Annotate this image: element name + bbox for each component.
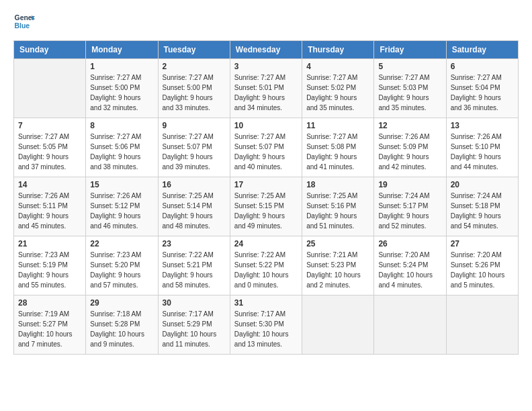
day-cell: 29Sunrise: 7:18 AMSunset: 5:28 PMDayligh…: [86, 295, 158, 355]
header-row: SundayMondayTuesdayWednesdayThursdayFrid…: [14, 41, 519, 59]
day-number: 1: [90, 62, 153, 71]
day-number: 7: [18, 121, 81, 130]
day-number: 9: [163, 121, 226, 130]
week-row-4: 28Sunrise: 7:19 AMSunset: 5:27 PMDayligh…: [14, 295, 519, 355]
day-cell: 23Sunrise: 7:22 AMSunset: 5:21 PMDayligh…: [158, 236, 230, 295]
day-cell: 15Sunrise: 7:26 AMSunset: 5:12 PMDayligh…: [86, 177, 158, 236]
day-cell: 16Sunrise: 7:25 AMSunset: 5:14 PMDayligh…: [158, 177, 230, 236]
day-number: 22: [90, 239, 153, 248]
day-cell: 4Sunrise: 7:27 AMSunset: 5:02 PMDaylight…: [302, 59, 374, 118]
day-cell: 27Sunrise: 7:20 AMSunset: 5:26 PMDayligh…: [446, 236, 518, 295]
day-number: 16: [163, 180, 226, 189]
week-row-3: 21Sunrise: 7:23 AMSunset: 5:19 PMDayligh…: [14, 236, 519, 295]
day-cell: 9Sunrise: 7:27 AMSunset: 5:07 PMDaylight…: [158, 118, 230, 177]
day-number: 17: [234, 180, 298, 189]
day-info: Sunrise: 7:25 AMSunset: 5:14 PMDaylight:…: [163, 191, 226, 231]
logo-icon: General Blue: [13, 11, 35, 32]
day-number: 29: [90, 298, 153, 308]
day-cell: 14Sunrise: 7:26 AMSunset: 5:11 PMDayligh…: [14, 177, 86, 236]
day-number: 25: [306, 239, 369, 248]
day-cell: 30Sunrise: 7:17 AMSunset: 5:29 PMDayligh…: [158, 295, 230, 355]
logo: General Blue: [13, 11, 35, 32]
day-info: Sunrise: 7:17 AMSunset: 5:30 PMDaylight:…: [234, 309, 298, 349]
day-number: 18: [306, 180, 369, 189]
day-cell: 20Sunrise: 7:24 AMSunset: 5:18 PMDayligh…: [446, 177, 518, 236]
day-cell: 7Sunrise: 7:27 AMSunset: 5:05 PMDaylight…: [14, 118, 86, 177]
day-info: Sunrise: 7:27 AMSunset: 5:07 PMDaylight:…: [163, 132, 226, 172]
header-cell-friday: Friday: [374, 41, 446, 59]
day-info: Sunrise: 7:24 AMSunset: 5:17 PMDaylight:…: [378, 191, 441, 231]
day-cell: 3Sunrise: 7:27 AMSunset: 5:01 PMDaylight…: [230, 59, 302, 118]
day-cell: [302, 295, 374, 355]
day-info: Sunrise: 7:26 AMSunset: 5:09 PMDaylight:…: [378, 132, 441, 172]
day-number: 19: [378, 180, 441, 189]
day-info: Sunrise: 7:22 AMSunset: 5:21 PMDaylight:…: [163, 250, 226, 290]
day-info: Sunrise: 7:27 AMSunset: 5:00 PMDaylight:…: [163, 73, 226, 113]
day-number: 5: [378, 62, 441, 71]
day-cell: 28Sunrise: 7:19 AMSunset: 5:27 PMDayligh…: [14, 295, 86, 355]
day-cell: 1Sunrise: 7:27 AMSunset: 5:00 PMDaylight…: [86, 59, 158, 118]
day-number: 21: [18, 239, 81, 248]
day-cell: 22Sunrise: 7:23 AMSunset: 5:20 PMDayligh…: [86, 236, 158, 295]
day-info: Sunrise: 7:26 AMSunset: 5:12 PMDaylight:…: [90, 191, 153, 231]
day-info: Sunrise: 7:27 AMSunset: 5:01 PMDaylight:…: [234, 73, 298, 113]
day-cell: 8Sunrise: 7:27 AMSunset: 5:06 PMDaylight…: [86, 118, 158, 177]
day-info: Sunrise: 7:18 AMSunset: 5:28 PMDaylight:…: [90, 309, 153, 349]
day-cell: 21Sunrise: 7:23 AMSunset: 5:19 PMDayligh…: [14, 236, 86, 295]
day-info: Sunrise: 7:26 AMSunset: 5:11 PMDaylight:…: [18, 191, 81, 231]
day-number: 26: [378, 239, 441, 248]
day-info: Sunrise: 7:27 AMSunset: 5:05 PMDaylight:…: [18, 132, 81, 172]
header-cell-thursday: Thursday: [302, 41, 374, 59]
header-cell-wednesday: Wednesday: [230, 41, 302, 59]
day-number: 15: [90, 180, 153, 189]
week-row-0: 1Sunrise: 7:27 AMSunset: 5:00 PMDaylight…: [14, 59, 519, 118]
day-info: Sunrise: 7:21 AMSunset: 5:23 PMDaylight:…: [306, 250, 369, 290]
day-info: Sunrise: 7:27 AMSunset: 5:02 PMDaylight:…: [306, 73, 369, 113]
day-cell: 24Sunrise: 7:22 AMSunset: 5:22 PMDayligh…: [230, 236, 302, 295]
day-number: 3: [234, 62, 298, 71]
day-info: Sunrise: 7:24 AMSunset: 5:18 PMDaylight:…: [451, 191, 514, 231]
day-info: Sunrise: 7:25 AMSunset: 5:16 PMDaylight:…: [306, 191, 369, 231]
day-info: Sunrise: 7:20 AMSunset: 5:26 PMDaylight:…: [451, 250, 514, 290]
day-number: 11: [306, 121, 369, 130]
day-cell: 2Sunrise: 7:27 AMSunset: 5:00 PMDaylight…: [158, 59, 230, 118]
calendar-table: SundayMondayTuesdayWednesdayThursdayFrid…: [13, 40, 519, 355]
day-number: 4: [306, 62, 369, 71]
day-number: 30: [163, 298, 226, 308]
day-number: 24: [234, 239, 298, 248]
day-cell: 13Sunrise: 7:26 AMSunset: 5:10 PMDayligh…: [446, 118, 518, 177]
week-row-1: 7Sunrise: 7:27 AMSunset: 5:05 PMDaylight…: [14, 118, 519, 177]
day-cell: [374, 295, 446, 355]
day-number: 28: [18, 298, 81, 308]
day-info: Sunrise: 7:27 AMSunset: 5:08 PMDaylight:…: [306, 132, 369, 172]
day-info: Sunrise: 7:19 AMSunset: 5:27 PMDaylight:…: [18, 309, 81, 349]
day-info: Sunrise: 7:22 AMSunset: 5:22 PMDaylight:…: [234, 250, 298, 290]
day-info: Sunrise: 7:20 AMSunset: 5:24 PMDaylight:…: [378, 250, 441, 290]
day-info: Sunrise: 7:27 AMSunset: 5:04 PMDaylight:…: [451, 73, 514, 113]
svg-text:Blue: Blue: [15, 22, 30, 30]
day-cell: [14, 59, 86, 118]
day-cell: 19Sunrise: 7:24 AMSunset: 5:17 PMDayligh…: [374, 177, 446, 236]
header-cell-sunday: Sunday: [14, 41, 86, 59]
day-cell: 18Sunrise: 7:25 AMSunset: 5:16 PMDayligh…: [302, 177, 374, 236]
header: General Blue: [13, 11, 519, 32]
day-info: Sunrise: 7:25 AMSunset: 5:15 PMDaylight:…: [234, 191, 298, 231]
day-number: 20: [451, 180, 514, 189]
day-info: Sunrise: 7:27 AMSunset: 5:06 PMDaylight:…: [90, 132, 153, 172]
day-number: 6: [451, 62, 514, 71]
day-number: 14: [18, 180, 81, 189]
header-cell-monday: Monday: [86, 41, 158, 59]
day-cell: 31Sunrise: 7:17 AMSunset: 5:30 PMDayligh…: [230, 295, 302, 355]
day-cell: 17Sunrise: 7:25 AMSunset: 5:15 PMDayligh…: [230, 177, 302, 236]
day-number: 31: [234, 298, 298, 308]
day-cell: 26Sunrise: 7:20 AMSunset: 5:24 PMDayligh…: [374, 236, 446, 295]
day-info: Sunrise: 7:17 AMSunset: 5:29 PMDaylight:…: [163, 309, 226, 349]
header-cell-tuesday: Tuesday: [158, 41, 230, 59]
day-number: 2: [163, 62, 226, 71]
day-number: 8: [90, 121, 153, 130]
day-number: 13: [451, 121, 514, 130]
day-info: Sunrise: 7:23 AMSunset: 5:19 PMDaylight:…: [18, 250, 81, 290]
day-info: Sunrise: 7:23 AMSunset: 5:20 PMDaylight:…: [90, 250, 153, 290]
week-row-2: 14Sunrise: 7:26 AMSunset: 5:11 PMDayligh…: [14, 177, 519, 236]
day-cell: 6Sunrise: 7:27 AMSunset: 5:04 PMDaylight…: [446, 59, 518, 118]
